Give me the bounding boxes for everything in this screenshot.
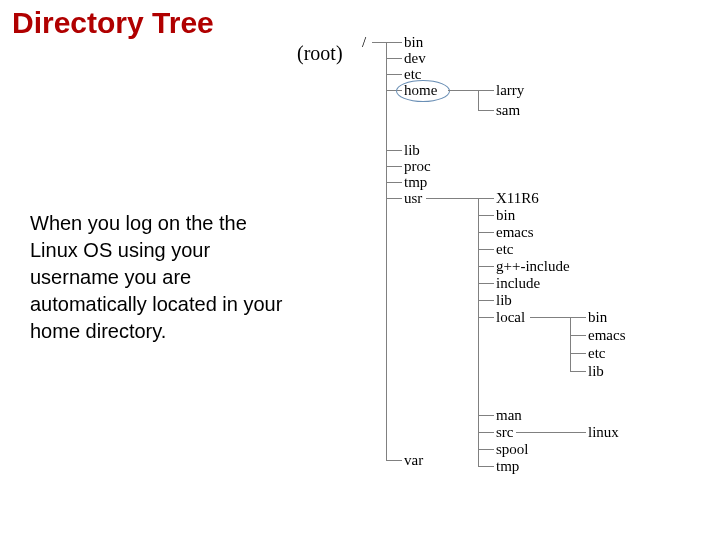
node-dev: dev [404, 50, 426, 67]
tree-line [386, 166, 402, 167]
tree-line [516, 432, 570, 433]
node-usr-lib: lib [496, 292, 512, 309]
node-usr-tmp: tmp [496, 458, 519, 475]
root-label: (root) [297, 42, 343, 65]
node-usr-include: include [496, 275, 540, 292]
node-usr-man: man [496, 407, 522, 424]
node-lib: lib [404, 142, 420, 159]
tree-line [570, 353, 586, 354]
tree-line [478, 215, 494, 216]
tree-line [570, 371, 586, 372]
node-usr-local: local [496, 309, 525, 326]
tree-line [570, 335, 586, 336]
tree-line [570, 432, 586, 433]
node-local-etc: etc [588, 345, 605, 362]
tree-line [570, 317, 571, 371]
node-local-lib: lib [588, 363, 604, 380]
node-usr-x11r6: X11R6 [496, 190, 539, 207]
tree-line [478, 266, 494, 267]
tree-line [478, 110, 494, 111]
tree-line [386, 74, 402, 75]
node-usr-emacs: emacs [496, 224, 533, 241]
node-local-emacs: emacs [588, 327, 625, 344]
node-usr: usr [404, 190, 422, 207]
tree-line [478, 198, 479, 466]
node-usr-src: src [496, 424, 514, 441]
node-root: / [362, 34, 366, 51]
tree-line [570, 317, 586, 318]
tree-line [386, 198, 402, 199]
node-larry: larry [496, 82, 524, 99]
node-usr-gpp: g++-include [496, 258, 570, 275]
tree-line [386, 42, 402, 43]
description-paragraph: When you log on the the Linux OS using y… [30, 210, 290, 345]
tree-line [478, 432, 494, 433]
tree-line [386, 42, 387, 460]
tree-line [478, 90, 479, 110]
tree-line [386, 150, 402, 151]
tree-line [478, 415, 494, 416]
node-tmp: tmp [404, 174, 427, 191]
tree-line [478, 198, 494, 199]
tree-line [478, 232, 494, 233]
tree-line [386, 58, 402, 59]
tree-line [478, 317, 494, 318]
tree-line [386, 460, 402, 461]
tree-line [530, 317, 570, 318]
node-local-bin: bin [588, 309, 607, 326]
tree-line [426, 198, 478, 199]
tree-line [478, 283, 494, 284]
node-usr-etc: etc [496, 241, 513, 258]
node-proc: proc [404, 158, 431, 175]
tree-line [478, 249, 494, 250]
node-sam: sam [496, 102, 520, 119]
tree-line [448, 90, 478, 91]
node-usr-spool: spool [496, 441, 529, 458]
node-usr-bin: bin [496, 207, 515, 224]
page-title: Directory Tree [12, 6, 214, 40]
tree-line [478, 449, 494, 450]
node-linux: linux [588, 424, 619, 441]
tree-line [478, 466, 494, 467]
node-bin: bin [404, 34, 423, 51]
home-highlight-oval [396, 80, 450, 102]
tree-line [386, 182, 402, 183]
tree-line [372, 42, 386, 43]
node-var: var [404, 452, 423, 469]
tree-line [478, 90, 494, 91]
tree-line [478, 300, 494, 301]
